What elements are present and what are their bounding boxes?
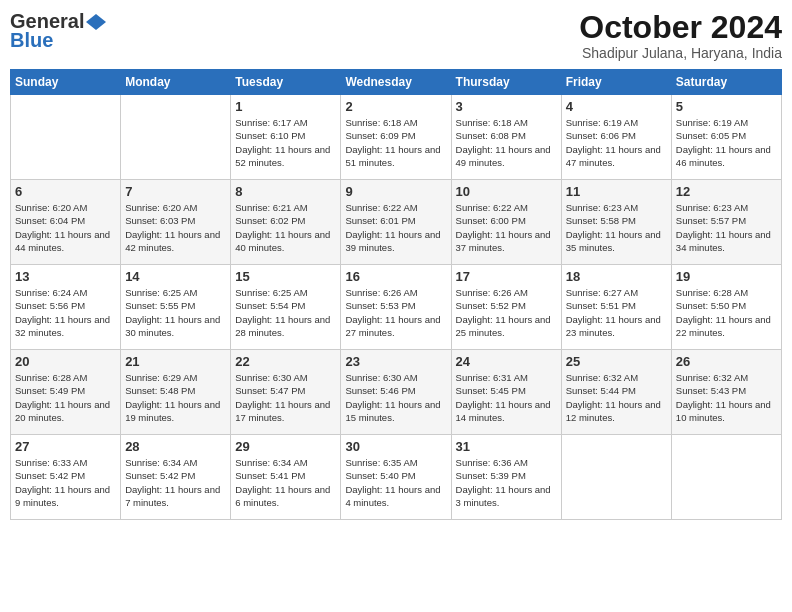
calendar-cell: 12Sunrise: 6:23 AM Sunset: 5:57 PM Dayli… <box>671 180 781 265</box>
cell-info: Sunrise: 6:25 AM Sunset: 5:55 PM Dayligh… <box>125 286 226 339</box>
day-number: 11 <box>566 184 667 199</box>
cell-info: Sunrise: 6:26 AM Sunset: 5:52 PM Dayligh… <box>456 286 557 339</box>
column-header-friday: Friday <box>561 70 671 95</box>
calendar-cell: 7Sunrise: 6:20 AM Sunset: 6:03 PM Daylig… <box>121 180 231 265</box>
calendar-cell: 8Sunrise: 6:21 AM Sunset: 6:02 PM Daylig… <box>231 180 341 265</box>
calendar-cell: 27Sunrise: 6:33 AM Sunset: 5:42 PM Dayli… <box>11 435 121 520</box>
cell-info: Sunrise: 6:31 AM Sunset: 5:45 PM Dayligh… <box>456 371 557 424</box>
cell-info: Sunrise: 6:36 AM Sunset: 5:39 PM Dayligh… <box>456 456 557 509</box>
calendar-cell: 28Sunrise: 6:34 AM Sunset: 5:42 PM Dayli… <box>121 435 231 520</box>
calendar-cell: 25Sunrise: 6:32 AM Sunset: 5:44 PM Dayli… <box>561 350 671 435</box>
calendar-cell: 30Sunrise: 6:35 AM Sunset: 5:40 PM Dayli… <box>341 435 451 520</box>
calendar-cell: 3Sunrise: 6:18 AM Sunset: 6:08 PM Daylig… <box>451 95 561 180</box>
calendar-cell: 4Sunrise: 6:19 AM Sunset: 6:06 PM Daylig… <box>561 95 671 180</box>
day-number: 12 <box>676 184 777 199</box>
calendar-cell <box>561 435 671 520</box>
day-number: 24 <box>456 354 557 369</box>
day-number: 5 <box>676 99 777 114</box>
cell-info: Sunrise: 6:23 AM Sunset: 5:58 PM Dayligh… <box>566 201 667 254</box>
cell-info: Sunrise: 6:30 AM Sunset: 5:46 PM Dayligh… <box>345 371 446 424</box>
day-number: 31 <box>456 439 557 454</box>
calendar-cell: 16Sunrise: 6:26 AM Sunset: 5:53 PM Dayli… <box>341 265 451 350</box>
month-title: October 2024 <box>579 10 782 45</box>
day-number: 19 <box>676 269 777 284</box>
column-header-wednesday: Wednesday <box>341 70 451 95</box>
day-number: 18 <box>566 269 667 284</box>
title-block: October 2024 Shadipur Julana, Haryana, I… <box>579 10 782 61</box>
day-number: 10 <box>456 184 557 199</box>
calendar-cell: 1Sunrise: 6:17 AM Sunset: 6:10 PM Daylig… <box>231 95 341 180</box>
day-number: 13 <box>15 269 116 284</box>
calendar-cell: 10Sunrise: 6:22 AM Sunset: 6:00 PM Dayli… <box>451 180 561 265</box>
cell-info: Sunrise: 6:32 AM Sunset: 5:43 PM Dayligh… <box>676 371 777 424</box>
day-number: 3 <box>456 99 557 114</box>
logo-icon <box>86 14 106 30</box>
calendar-cell: 19Sunrise: 6:28 AM Sunset: 5:50 PM Dayli… <box>671 265 781 350</box>
svg-marker-0 <box>86 14 106 30</box>
calendar-cell: 26Sunrise: 6:32 AM Sunset: 5:43 PM Dayli… <box>671 350 781 435</box>
calendar-cell: 14Sunrise: 6:25 AM Sunset: 5:55 PM Dayli… <box>121 265 231 350</box>
column-header-sunday: Sunday <box>11 70 121 95</box>
cell-info: Sunrise: 6:17 AM Sunset: 6:10 PM Dayligh… <box>235 116 336 169</box>
day-number: 2 <box>345 99 446 114</box>
day-number: 4 <box>566 99 667 114</box>
page-header: General Blue October 2024 Shadipur Julan… <box>10 10 782 61</box>
calendar-cell: 17Sunrise: 6:26 AM Sunset: 5:52 PM Dayli… <box>451 265 561 350</box>
calendar-cell: 13Sunrise: 6:24 AM Sunset: 5:56 PM Dayli… <box>11 265 121 350</box>
day-number: 29 <box>235 439 336 454</box>
cell-info: Sunrise: 6:19 AM Sunset: 6:05 PM Dayligh… <box>676 116 777 169</box>
day-number: 6 <box>15 184 116 199</box>
logo: General Blue <box>10 10 108 52</box>
day-number: 7 <box>125 184 226 199</box>
calendar-cell: 31Sunrise: 6:36 AM Sunset: 5:39 PM Dayli… <box>451 435 561 520</box>
cell-info: Sunrise: 6:21 AM Sunset: 6:02 PM Dayligh… <box>235 201 336 254</box>
calendar-cell: 18Sunrise: 6:27 AM Sunset: 5:51 PM Dayli… <box>561 265 671 350</box>
calendar-cell: 29Sunrise: 6:34 AM Sunset: 5:41 PM Dayli… <box>231 435 341 520</box>
logo-blue: Blue <box>10 29 53 52</box>
calendar-cell: 22Sunrise: 6:30 AM Sunset: 5:47 PM Dayli… <box>231 350 341 435</box>
column-header-thursday: Thursday <box>451 70 561 95</box>
cell-info: Sunrise: 6:20 AM Sunset: 6:03 PM Dayligh… <box>125 201 226 254</box>
day-number: 16 <box>345 269 446 284</box>
calendar-cell: 20Sunrise: 6:28 AM Sunset: 5:49 PM Dayli… <box>11 350 121 435</box>
day-number: 21 <box>125 354 226 369</box>
day-number: 20 <box>15 354 116 369</box>
calendar-cell <box>121 95 231 180</box>
calendar-week-4: 20Sunrise: 6:28 AM Sunset: 5:49 PM Dayli… <box>11 350 782 435</box>
calendar-week-1: 1Sunrise: 6:17 AM Sunset: 6:10 PM Daylig… <box>11 95 782 180</box>
day-number: 30 <box>345 439 446 454</box>
day-number: 8 <box>235 184 336 199</box>
cell-info: Sunrise: 6:25 AM Sunset: 5:54 PM Dayligh… <box>235 286 336 339</box>
location: Shadipur Julana, Haryana, India <box>579 45 782 61</box>
calendar-cell: 15Sunrise: 6:25 AM Sunset: 5:54 PM Dayli… <box>231 265 341 350</box>
cell-info: Sunrise: 6:22 AM Sunset: 6:01 PM Dayligh… <box>345 201 446 254</box>
calendar-week-5: 27Sunrise: 6:33 AM Sunset: 5:42 PM Dayli… <box>11 435 782 520</box>
calendar-cell <box>11 95 121 180</box>
calendar-cell: 5Sunrise: 6:19 AM Sunset: 6:05 PM Daylig… <box>671 95 781 180</box>
cell-info: Sunrise: 6:33 AM Sunset: 5:42 PM Dayligh… <box>15 456 116 509</box>
day-number: 1 <box>235 99 336 114</box>
header-row: SundayMondayTuesdayWednesdayThursdayFrid… <box>11 70 782 95</box>
cell-info: Sunrise: 6:26 AM Sunset: 5:53 PM Dayligh… <box>345 286 446 339</box>
calendar-cell: 11Sunrise: 6:23 AM Sunset: 5:58 PM Dayli… <box>561 180 671 265</box>
cell-info: Sunrise: 6:34 AM Sunset: 5:41 PM Dayligh… <box>235 456 336 509</box>
column-header-tuesday: Tuesday <box>231 70 341 95</box>
day-number: 9 <box>345 184 446 199</box>
day-number: 25 <box>566 354 667 369</box>
day-number: 26 <box>676 354 777 369</box>
calendar-cell: 23Sunrise: 6:30 AM Sunset: 5:46 PM Dayli… <box>341 350 451 435</box>
cell-info: Sunrise: 6:19 AM Sunset: 6:06 PM Dayligh… <box>566 116 667 169</box>
day-number: 17 <box>456 269 557 284</box>
calendar-week-2: 6Sunrise: 6:20 AM Sunset: 6:04 PM Daylig… <box>11 180 782 265</box>
calendar-cell: 24Sunrise: 6:31 AM Sunset: 5:45 PM Dayli… <box>451 350 561 435</box>
cell-info: Sunrise: 6:27 AM Sunset: 5:51 PM Dayligh… <box>566 286 667 339</box>
calendar-cell: 9Sunrise: 6:22 AM Sunset: 6:01 PM Daylig… <box>341 180 451 265</box>
column-header-saturday: Saturday <box>671 70 781 95</box>
cell-info: Sunrise: 6:22 AM Sunset: 6:00 PM Dayligh… <box>456 201 557 254</box>
calendar-cell <box>671 435 781 520</box>
calendar-table: SundayMondayTuesdayWednesdayThursdayFrid… <box>10 69 782 520</box>
cell-info: Sunrise: 6:18 AM Sunset: 6:08 PM Dayligh… <box>456 116 557 169</box>
day-number: 28 <box>125 439 226 454</box>
cell-info: Sunrise: 6:28 AM Sunset: 5:50 PM Dayligh… <box>676 286 777 339</box>
cell-info: Sunrise: 6:34 AM Sunset: 5:42 PM Dayligh… <box>125 456 226 509</box>
